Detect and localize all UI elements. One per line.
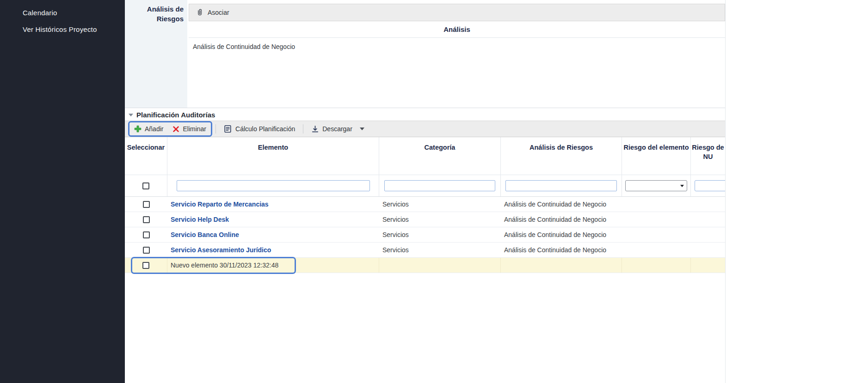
- delete-button-label: Eliminar: [183, 125, 206, 133]
- filter-analisis-input[interactable]: [505, 180, 617, 191]
- table-row-new-element: Nuevo elemento 30/11/2023 12:32:48: [125, 258, 725, 273]
- column-header-categoria: Categoría: [379, 137, 501, 175]
- riesgo-nu-cell: [691, 197, 725, 212]
- asociar-button[interactable]: Asociar: [208, 9, 229, 16]
- grid-header-row: Seleccionar Elemento Categoría Análisis …: [125, 137, 725, 175]
- toolbar-separator: [215, 124, 216, 134]
- section-divider: [125, 108, 725, 108]
- planning-toolbar: Añadir Eliminar Cálculo Planificación De…: [125, 121, 725, 137]
- elemento-cell[interactable]: Nuevo elemento 30/11/2023 12:32:48: [167, 258, 379, 273]
- x-icon: [172, 126, 179, 133]
- content-right-border: [725, 0, 726, 383]
- planning-grid: Seleccionar Elemento Categoría Análisis …: [125, 137, 725, 273]
- categoria-cell: Servicios: [379, 197, 501, 212]
- column-header-riesgo-nu: Riesgo de NU: [691, 137, 725, 175]
- paperclip-icon: [195, 8, 203, 17]
- elemento-link[interactable]: Servicio Asesoramiento Jurídico: [171, 246, 271, 254]
- add-button[interactable]: Añadir: [129, 122, 168, 135]
- analisis-cell: Análisis de Continuidad de Negocio: [501, 212, 622, 227]
- grid-filter-row: [125, 175, 725, 197]
- analisis-cell: [501, 258, 622, 273]
- add-button-label: Añadir: [145, 125, 163, 133]
- riesgo-nu-cell: [691, 258, 725, 273]
- report-icon: [224, 125, 232, 133]
- table-row: Servicio Banca Online Servicios Análisis…: [125, 227, 725, 243]
- calc-planning-button[interactable]: Cálculo Planificación: [219, 122, 300, 135]
- download-icon: [311, 125, 319, 133]
- filter-riesgo-elemento-select[interactable]: [625, 180, 687, 191]
- riesgo-elemento-cell: [622, 197, 691, 212]
- toolbar-highlight-annotation: Añadir Eliminar: [128, 121, 212, 137]
- filter-riesgo-elemento-select-control[interactable]: [626, 181, 687, 191]
- analisis-cell: Análisis de Continuidad de Negocio: [501, 227, 622, 242]
- risk-analysis-label-panel: Análisis de Riesgos: [125, 0, 187, 108]
- toolbar-separator: [303, 124, 303, 134]
- analisis-table-header: Análisis: [189, 21, 725, 38]
- sidebar-item-calendario[interactable]: Calendario: [0, 5, 125, 21]
- elemento-link[interactable]: Servicio Help Desk: [171, 216, 229, 223]
- table-row: Servicio Reparto de Mercancias Servicios…: [125, 197, 725, 212]
- filter-riesgo-nu-select-control[interactable]: [695, 181, 725, 191]
- row-checkbox[interactable]: [143, 231, 150, 238]
- table-row: Servicio Asesoramiento Jurídico Servicio…: [125, 243, 725, 258]
- categoria-cell: [379, 258, 501, 273]
- download-button[interactable]: Descargar: [307, 122, 369, 135]
- row-checkbox[interactable]: [143, 216, 150, 223]
- filter-categoria-input[interactable]: [384, 180, 495, 191]
- riesgo-elemento-cell: [622, 258, 691, 273]
- elemento-link[interactable]: Servicio Reparto de Mercancias: [171, 201, 269, 208]
- chevron-down-icon[interactable]: [360, 128, 364, 130]
- riesgo-nu-cell: [691, 212, 725, 227]
- plus-icon: [134, 125, 142, 133]
- triangle-down-icon: [129, 114, 133, 116]
- sidebar: Calendario Ver Históricos Proyecto: [0, 0, 125, 383]
- download-button-label: Descargar: [322, 125, 352, 133]
- delete-button[interactable]: Eliminar: [168, 122, 211, 135]
- risk-analysis-label: Análisis de Riesgos: [125, 4, 184, 24]
- row-checkbox[interactable]: [143, 201, 150, 208]
- calc-planning-button-label: Cálculo Planificación: [235, 125, 295, 133]
- riesgo-elemento-cell: [622, 243, 691, 257]
- asociar-toolbar: Asociar: [189, 4, 725, 21]
- planning-section-header[interactable]: Planificación Auditorías: [125, 109, 725, 121]
- table-row: Servicio Help Desk Servicios Análisis de…: [125, 212, 725, 227]
- categoria-cell: Servicios: [379, 212, 501, 227]
- categoria-cell: Servicios: [379, 243, 501, 257]
- riesgo-elemento-cell: [622, 212, 691, 227]
- row-checkbox[interactable]: [142, 262, 149, 269]
- column-header-analisis: Análisis de Riesgos: [501, 137, 622, 175]
- filter-riesgo-nu-select[interactable]: [695, 180, 725, 191]
- riesgo-nu-cell: [691, 227, 725, 242]
- column-header-elemento: Elemento: [167, 137, 379, 175]
- categoria-cell: Servicios: [379, 227, 501, 242]
- analisis-cell: Análisis de Continuidad de Negocio: [501, 197, 622, 212]
- sidebar-item-historicos[interactable]: Ver Históricos Proyecto: [0, 21, 125, 38]
- app-window: Calendario Ver Históricos Proyecto Análi…: [0, 0, 868, 383]
- riesgo-nu-cell: [691, 243, 725, 257]
- filter-elemento-input[interactable]: [177, 180, 370, 191]
- row-checkbox[interactable]: [143, 247, 150, 254]
- elemento-link[interactable]: Servicio Banca Online: [171, 231, 239, 238]
- riesgo-elemento-cell: [622, 227, 691, 242]
- column-header-seleccionar: Seleccionar: [125, 137, 167, 175]
- planning-section-title: Planificación Auditorías: [136, 111, 215, 119]
- column-header-riesgo-elemento: Riesgo del elemento: [622, 137, 691, 175]
- analisis-table-row[interactable]: Análisis de Continuidad de Negocio: [189, 38, 725, 55]
- select-all-checkbox[interactable]: [142, 182, 149, 189]
- analisis-cell: Análisis de Continuidad de Negocio: [501, 243, 622, 257]
